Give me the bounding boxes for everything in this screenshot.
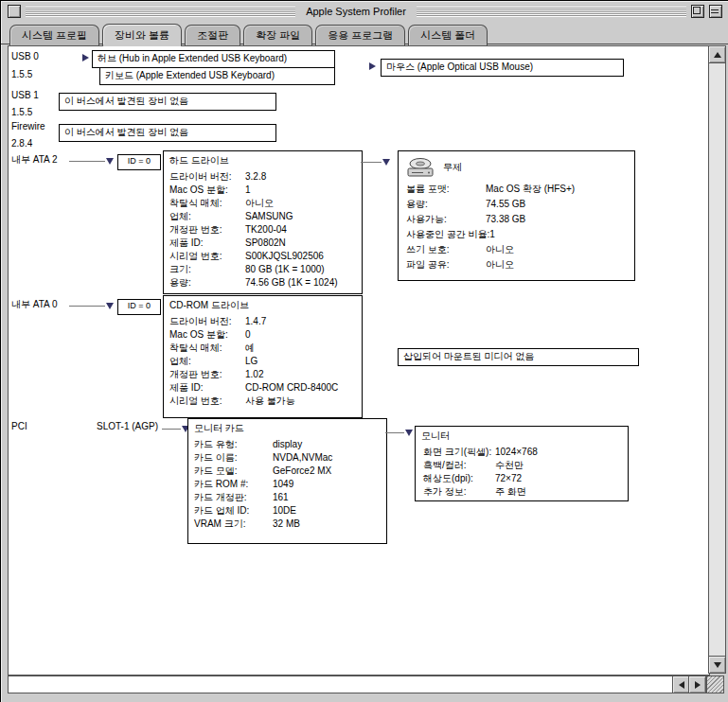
disclosure-triangle-volume[interactable]: [382, 159, 390, 166]
field-label: 용량:: [169, 276, 245, 290]
no-devices-box-usb1: 이 버스에서 발견된 장비 없음: [59, 93, 276, 111]
connector-line: [162, 429, 181, 430]
connector-line: [385, 432, 404, 433]
tab-applications[interactable]: 응용 프로그램: [315, 25, 405, 45]
field-value: 아니오: [245, 197, 274, 210]
field-row: 제품 ID:SP0802N: [164, 237, 362, 250]
field-label: 해상도(dpi):: [423, 472, 495, 485]
disclosure-triangle-usb0[interactable]: [82, 54, 89, 61]
device-title: 모니터 카드: [188, 419, 386, 438]
field-label: Mac OS 분할:: [169, 328, 245, 342]
volume-title[interactable]: 무제: [443, 161, 462, 174]
ata2-bus-label: 내부 ATA 2: [11, 153, 58, 167]
field-row: 용량:74.56 GB (1K = 1024): [164, 276, 362, 290]
arrow-right-icon: [695, 681, 701, 689]
field-row: 카드 유형:display: [188, 438, 386, 451]
field-row: 착탈식 매체:아니오: [164, 197, 362, 210]
field-label: 사용중인 공간 비율:: [406, 227, 489, 242]
pci-slot-label: SLOT-1 (AGP): [97, 421, 158, 431]
scroll-down-button[interactable]: [708, 656, 726, 674]
field-value: 0: [245, 328, 251, 342]
vertical-scrollbar-track[interactable]: [708, 61, 726, 658]
collapse-box[interactable]: [709, 5, 722, 18]
field-row: 개정판 번호:1.02: [164, 368, 362, 381]
disclosure-triangle-mouse[interactable]: [369, 62, 376, 70]
field-label: 쓰기 보호:: [406, 242, 486, 257]
title-bar[interactable]: Apple System Profiler: [2, 2, 728, 21]
field-value: 수천만: [495, 459, 524, 472]
field-value: TK200-04: [245, 223, 287, 237]
titlebar-stripes-right: [417, 7, 686, 17]
device-id-box-ata2: ID = 0: [117, 154, 161, 170]
tab-system-profile[interactable]: 시스템 프로필: [9, 25, 99, 45]
volume-info-box: 무제 볼륨 포맷:Mac OS 확장 (HFS+) 용량:74.55 GB 사용…: [398, 150, 635, 281]
close-box[interactable]: [8, 5, 21, 18]
field-row: 쓰기 보호:아니오: [399, 242, 634, 257]
usb-hub-device[interactable]: 허브 (Hub in Apple Extended USB Keyboard): [92, 50, 335, 68]
connector-line: [361, 162, 382, 163]
field-value: 1049: [273, 478, 293, 491]
field-row: 파일 공유:아니오: [399, 257, 634, 272]
field-label: 크기:: [169, 263, 245, 276]
field-label: 제품 ID:: [169, 237, 245, 250]
field-label: 드라이버 버전:: [169, 170, 245, 184]
field-label: Mac OS 분할:: [169, 184, 245, 197]
field-value: SAMSUNG: [245, 210, 293, 223]
field-row: 카드 이름:NVDA,NVMac: [188, 451, 386, 465]
firewire-bus-label: Firewire: [11, 121, 45, 132]
device-title: CD-ROM 드라이브: [164, 296, 362, 315]
field-row: 시리얼 번호:사용 불가능: [164, 395, 362, 408]
field-value: 1: [489, 227, 495, 242]
arrow-down-icon: [714, 662, 721, 668]
firewire-version: 2.8.4: [11, 138, 32, 149]
field-value: display: [273, 438, 302, 451]
field-row: 볼륨 포맷:Mac OS 확장 (HFS+): [399, 182, 634, 197]
field-row: 크기:80 GB (1K = 1000): [164, 263, 362, 276]
field-row: VRAM 크기:32 MB: [188, 518, 386, 531]
field-row: 착탈식 매체:예: [164, 342, 362, 355]
field-label: 개정판 번호:: [169, 368, 245, 381]
field-label: 사용가능:: [406, 212, 486, 227]
field-row: 카드 개정판:161: [188, 491, 386, 504]
disclosure-triangle-monitor[interactable]: [405, 430, 413, 436]
disclosure-triangle-ata2[interactable]: [106, 158, 114, 165]
field-row: 용량:74.55 GB: [399, 197, 634, 212]
connector-line: [69, 306, 105, 307]
field-label: 드라이버 버전:: [169, 315, 245, 328]
field-label: 화면 크기(픽셀):: [423, 446, 495, 459]
connector-line: [69, 161, 105, 162]
field-label: 카드 업체 ID:: [194, 504, 273, 518]
zoom-icon: [693, 7, 701, 14]
field-row: 드라이버 버전:3.2.8: [164, 170, 362, 184]
field-value: GeForce2 MX: [273, 465, 331, 478]
field-row: 카드 모델:GeForce2 MX: [188, 465, 386, 478]
usb-mouse-device[interactable]: 마우스 (Apple Optical USB Mouse): [381, 59, 624, 77]
disclosure-triangle-ata0[interactable]: [106, 303, 114, 309]
field-label: 업체:: [169, 355, 245, 368]
pci-bus-label: PCI: [11, 421, 27, 431]
field-label: VRAM 크기:: [194, 518, 273, 531]
field-value: CD-ROM CRD-8400C: [245, 381, 338, 395]
field-label: 시리얼 번호:: [169, 395, 245, 408]
field-label: 카드 이름:: [194, 451, 273, 465]
usb-keyboard-device[interactable]: 키보드 (Apple Extended USB Keyboard): [99, 67, 335, 85]
field-value: 10DE: [273, 504, 296, 518]
field-value: 161: [273, 491, 289, 504]
scroll-up-button[interactable]: [708, 45, 726, 63]
scroll-right-button[interactable]: [688, 676, 706, 693]
field-label: 제품 ID:: [169, 381, 245, 395]
tab-system-folders[interactable]: 시스템 폴더: [408, 25, 488, 45]
tab-control-panels[interactable]: 조절판: [185, 25, 240, 45]
field-row: 카드 ROM #:1049: [188, 478, 386, 491]
zoom-box[interactable]: [691, 5, 704, 18]
video-card-info-box: 모니터 카드 카드 유형:display 카드 이름:NVDA,NVMac 카드…: [187, 418, 387, 544]
status-bar: [8, 676, 682, 693]
field-value: 1.4.7: [245, 315, 266, 328]
window-resize-grip[interactable]: [706, 676, 724, 693]
field-label: 추가 정보:: [423, 485, 495, 499]
vertical-scrollbar[interactable]: [708, 45, 724, 674]
tab-devices-volumes[interactable]: 장비와 볼륨: [102, 24, 182, 45]
field-label: 착탈식 매체:: [169, 342, 245, 355]
collapse-icon: [711, 9, 719, 13]
tab-extensions[interactable]: 확장 파일: [243, 25, 312, 45]
